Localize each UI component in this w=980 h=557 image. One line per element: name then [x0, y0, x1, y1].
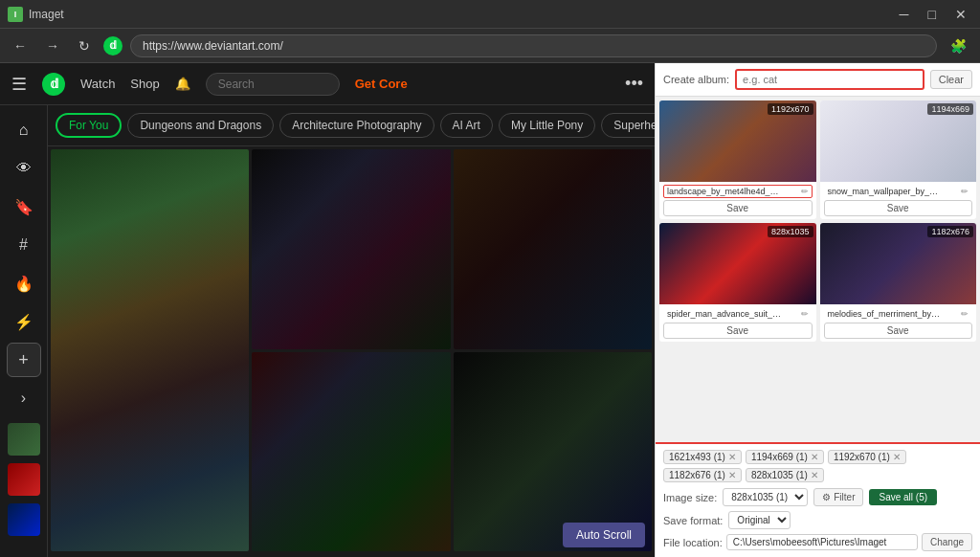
- format-row: Save format: Original JPG PNG WebP: [663, 511, 972, 529]
- create-album-input[interactable]: [735, 69, 924, 90]
- auto-scroll-button[interactable]: Auto Scroll: [563, 523, 645, 547]
- size-tag-1: 1621x493 (1) ✕: [663, 450, 742, 464]
- nav-shop[interactable]: Shop: [130, 77, 159, 91]
- image-card-bottom-2: snow_man_wallpaper_by_gnuman1 ✏ Save: [820, 182, 977, 219]
- maximize-button[interactable]: □: [923, 5, 942, 24]
- sidebar-thumb-3[interactable]: [8, 503, 40, 536]
- image-card-bottom-1: landscape_by_met4lhe4d_dgkn8ah- ✏ Save: [659, 182, 816, 219]
- size-tag-remove-3[interactable]: ✕: [893, 452, 901, 462]
- image-name-3: spider_man_advance_suit_2_0_by_d ✏: [663, 307, 813, 321]
- image-thumb-3[interactable]: 828x1035: [659, 223, 816, 304]
- back-button[interactable]: ←: [8, 36, 33, 56]
- right-panel: Create album: Clear 1192x670 landscape_b…: [655, 63, 980, 557]
- bottom-panel: 1621x493 (1) ✕ 1194x669 (1) ✕ 1192x670 (…: [656, 442, 980, 557]
- forward-button[interactable]: →: [40, 36, 65, 56]
- sidebar-eye-icon[interactable]: 👁: [7, 151, 41, 186]
- size-tag-remove-5[interactable]: ✕: [811, 470, 818, 480]
- grid-cell-3[interactable]: [454, 149, 652, 349]
- image-size-row: Image size: 828x1035 (1) 1621x493 (1) 11…: [663, 488, 972, 506]
- tab-for-you[interactable]: For You: [56, 113, 122, 138]
- save-button-4[interactable]: Save: [824, 323, 973, 339]
- change-button[interactable]: Change: [922, 533, 972, 551]
- edit-icon-1[interactable]: ✏: [801, 187, 809, 196]
- image-thumb-1[interactable]: 1192x670: [659, 100, 816, 182]
- grid-cell-5[interactable]: [454, 352, 652, 552]
- main-content: For You Dungeons and Dragons Architectur…: [48, 105, 655, 557]
- nav-watch[interactable]: Watch: [80, 77, 115, 91]
- size-tag-label-2: 1194x669 (1): [751, 452, 808, 462]
- image-thumb-2[interactable]: 1194x669: [820, 100, 977, 182]
- tab-superhero[interactable]: Superhero: [601, 113, 655, 138]
- da-logo: 𝕕: [42, 73, 65, 96]
- save-all-button[interactable]: Save all (5): [869, 489, 937, 505]
- grid-cell-2[interactable]: [252, 149, 450, 349]
- image-name-2: snow_man_wallpaper_by_gnuman1 ✏: [824, 185, 973, 198]
- hamburger-icon[interactable]: ☰: [11, 74, 27, 95]
- clear-button[interactable]: Clear: [930, 70, 972, 89]
- edit-icon-3[interactable]: ✏: [801, 309, 809, 319]
- tab-architecture[interactable]: Architecture Photography: [279, 113, 434, 138]
- extension-button[interactable]: 🧩: [945, 36, 972, 56]
- file-location-input[interactable]: [726, 534, 918, 550]
- minimize-button[interactable]: ─: [894, 5, 915, 24]
- edit-icon-2[interactable]: ✏: [961, 187, 969, 196]
- title-bar-left: I Imaget: [8, 7, 64, 22]
- save-button-1[interactable]: Save: [663, 200, 813, 216]
- format-select[interactable]: Original JPG PNG WebP: [728, 511, 791, 529]
- image-grid-wrapper: Auto Scroll: [48, 146, 655, 557]
- size-tag-5: 828x1035 (1) ✕: [746, 468, 824, 482]
- sidebar-thumb-2[interactable]: [8, 463, 40, 496]
- size-tag-4: 1182x676 (1) ✕: [663, 468, 742, 482]
- image-name-text-1: landscape_by_met4lhe4d_dgkn8ah-: [667, 187, 782, 196]
- close-button[interactable]: ✕: [949, 5, 972, 24]
- search-input[interactable]: [206, 73, 340, 96]
- sidebar-lightning-icon[interactable]: ⚡: [7, 304, 41, 339]
- save-button-2[interactable]: Save: [824, 200, 973, 216]
- image-badge-4: 1182x676: [927, 226, 973, 237]
- size-tag-label-1: 1621x493 (1): [669, 452, 725, 462]
- edit-icon-4[interactable]: ✏: [961, 309, 969, 319]
- image-name-text-2: snow_man_wallpaper_by_gnuman1: [828, 187, 943, 196]
- notification-icon[interactable]: 🔔: [175, 77, 190, 91]
- da-navbar: ☰ 𝕕 Watch Shop 🔔 Get Core •••: [0, 63, 655, 105]
- sidebar-tag-icon[interactable]: #: [7, 228, 41, 262]
- sidebar-arrow-icon[interactable]: ›: [7, 381, 41, 415]
- size-tag-label-5: 828x1035 (1): [751, 470, 808, 480]
- url-input[interactable]: [130, 34, 937, 57]
- tab-my-little-pony[interactable]: My Little Pony: [499, 113, 595, 138]
- get-core-button[interactable]: Get Core: [355, 77, 408, 91]
- filter-button[interactable]: ⚙ Filter: [813, 488, 863, 506]
- image-card-bottom-4: melodies_of_merriment_by_fiulo_d ✏ Save: [820, 304, 977, 342]
- size-tag-remove-4[interactable]: ✕: [728, 470, 736, 480]
- app-title: Imaget: [29, 8, 64, 21]
- size-tags: 1621x493 (1) ✕ 1194x669 (1) ✕ 1192x670 (…: [663, 450, 972, 482]
- file-location-row: File location: Change: [663, 533, 972, 551]
- sidebar-bookmark-icon[interactable]: 🔖: [7, 189, 41, 224]
- tab-dungeons[interactable]: Dungeons and Dragons: [127, 113, 274, 138]
- image-size-select[interactable]: 828x1035 (1) 1621x493 (1) 1194x669 (1) 1…: [723, 488, 808, 506]
- image-badge-2: 1194x669: [927, 103, 973, 115]
- title-bar-controls: ─ □ ✕: [894, 5, 972, 24]
- sidebar-fire-icon[interactable]: 🔥: [7, 266, 41, 301]
- image-name-1: landscape_by_met4lhe4d_dgkn8ah- ✏: [663, 185, 813, 198]
- grid-cell-4[interactable]: [252, 352, 450, 552]
- grid-cell-1[interactable]: [51, 149, 249, 551]
- size-tag-remove-2[interactable]: ✕: [811, 452, 818, 462]
- create-album-label: Create album:: [663, 74, 729, 85]
- save-button-3[interactable]: Save: [663, 323, 813, 339]
- sidebar-add-button[interactable]: +: [7, 343, 41, 377]
- image-grid: [48, 146, 655, 557]
- browser-content: ☰ 𝕕 Watch Shop 🔔 Get Core ••• ⌂ 👁 🔖 # 🔥 …: [0, 63, 655, 557]
- app-icon: I: [8, 7, 23, 22]
- size-tag-2: 1194x669 (1) ✕: [746, 450, 824, 464]
- sidebar-thumb-1[interactable]: [8, 423, 40, 456]
- image-thumb-4[interactable]: 1182x676: [820, 223, 977, 304]
- tab-ai-art[interactable]: AI Art: [440, 113, 493, 138]
- more-icon[interactable]: •••: [625, 74, 643, 94]
- save-format-label: Save format:: [663, 515, 723, 526]
- size-tag-remove-1[interactable]: ✕: [728, 452, 736, 462]
- create-album-bar: Create album: Clear: [656, 63, 980, 97]
- refresh-button[interactable]: ↻: [73, 36, 96, 56]
- sidebar-home-icon[interactable]: ⌂: [7, 113, 41, 147]
- filter-label: Filter: [834, 492, 855, 502]
